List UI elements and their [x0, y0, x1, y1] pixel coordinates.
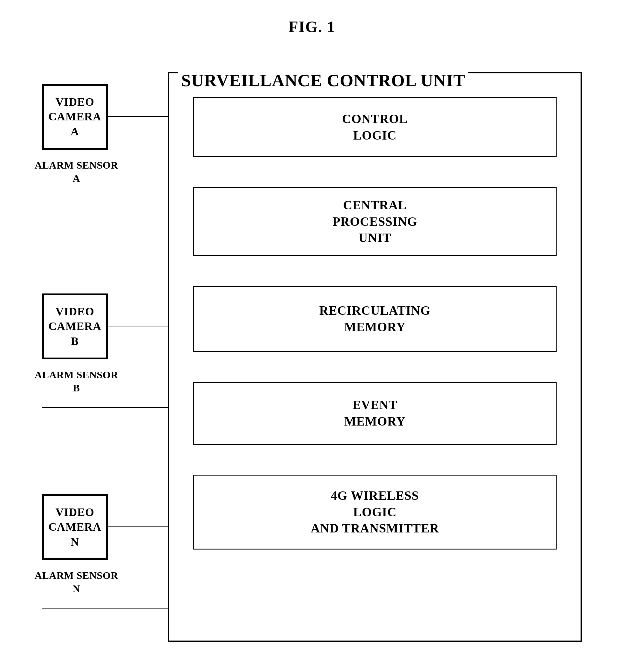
cpu-box: CENTRALPROCESSINGUNIT	[193, 187, 556, 256]
alarm-sensor-a-label: ALARM SENSORA	[33, 159, 120, 185]
camera-n-box: VIDEOCAMERAN	[42, 494, 108, 560]
4g-wireless-label: 4G WIRELESSLOGICAND TRANSMITTER	[311, 487, 439, 537]
event-memory-label: EVENTMEMORY	[344, 397, 406, 429]
camera-b-box: VIDEOCAMERAB	[42, 294, 108, 359]
scu-title: SURVEILLANCE CONTROL UNIT	[178, 71, 468, 90]
control-logic-label: CONTROLLOGIC	[342, 111, 408, 143]
camera-a-connector	[108, 116, 169, 117]
camera-b-connector	[108, 326, 169, 326]
recirculating-memory-label: RECIRCULATINGMEMORY	[319, 302, 431, 335]
camera-a-box: VIDEOCAMERAA	[42, 84, 108, 150]
alarm-sensor-a-connector	[42, 198, 169, 198]
alarm-sensor-b-label: ALARM SENSORB	[33, 368, 120, 395]
control-logic-box: CONTROLLOGIC	[193, 97, 556, 157]
event-memory-box: EVENTMEMORY	[193, 382, 556, 445]
alarm-sensor-n-label: ALARM SENSORN	[33, 569, 120, 595]
scu-box: SURVEILLANCE CONTROL UNIT CONTROLLOGIC C…	[168, 72, 582, 642]
4g-wireless-box: 4G WIRELESSLOGICAND TRANSMITTER	[193, 475, 556, 549]
recirculating-memory-box: RECIRCULATINGMEMORY	[193, 286, 556, 352]
alarm-sensor-n-connector	[42, 608, 169, 609]
alarm-sensor-b-connector	[42, 407, 169, 408]
camera-n-connector	[108, 527, 169, 527]
cpu-label: CENTRALPROCESSINGUNIT	[333, 197, 417, 246]
camera-n-label: VIDEOCAMERAN	[49, 505, 102, 549]
camera-a-label: VIDEOCAMERAA	[49, 95, 102, 139]
camera-b-label: VIDEOCAMERAB	[49, 304, 102, 349]
diagram-container: SURVEILLANCE CONTROL UNIT CONTROLLOGIC C…	[24, 48, 600, 654]
figure-title: FIG. 1	[0, 0, 624, 36]
